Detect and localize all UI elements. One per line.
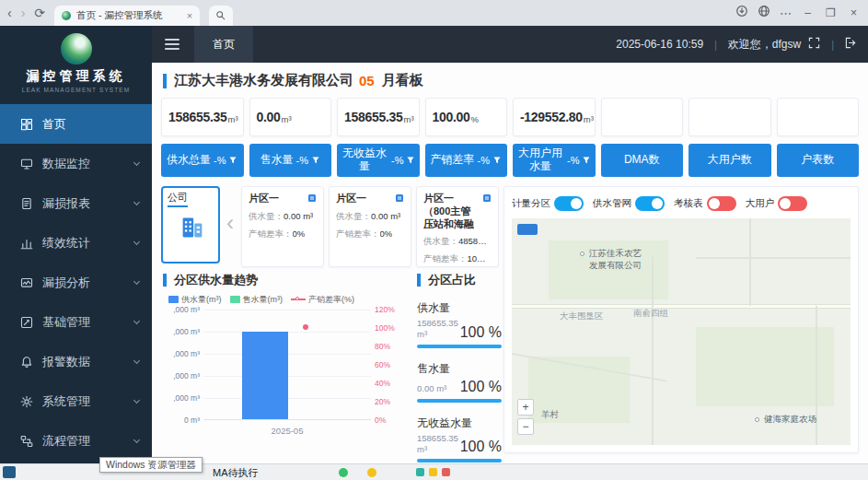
sidebar-item-basic-mgmt[interactable]: 基础管理 <box>0 302 152 342</box>
filter-icon <box>582 156 591 165</box>
trend-line-point <box>303 324 308 330</box>
fullscreen-icon[interactable] <box>808 37 820 52</box>
browser-menu-icon[interactable]: ⋯ <box>780 6 792 20</box>
window-minimize-button[interactable]: – <box>801 6 815 19</box>
area-card[interactable]: 片区一 供水量：0.00 m³ 产销差率：0% <box>329 186 411 267</box>
y-axis-label: 0 m³ <box>161 416 200 425</box>
zone-carousel: 公司 ‹ 片区一 供水量：0.00 m³ 产销差率：0% 片区一 供水量：0.0… <box>161 186 502 269</box>
taskbar-app-icon-red[interactable] <box>442 468 450 476</box>
legend-nrw-rate[interactable]: 产销差率(%) <box>291 294 354 306</box>
logout-icon[interactable] <box>845 37 857 52</box>
collapse-menu-icon[interactable] <box>165 39 179 50</box>
legend-swatch-green <box>230 296 240 303</box>
topbar-tab-home[interactable]: 首页 <box>194 26 253 63</box>
app-subtitle: LEAK MANAGEMENT SYSTEM <box>0 87 152 93</box>
kpi-button-dma-count[interactable]: DMA数 <box>601 144 684 177</box>
map-zoom-control: + − <box>517 399 534 435</box>
app-topbar: 首页 2025-06-16 10:59 ｜ 欢迎您，dfgsw ｜ <box>152 26 868 63</box>
map-road <box>652 257 654 445</box>
sidebar-item-leak-analysis[interactable]: 漏损分析 <box>0 263 152 302</box>
map-zoom-in-button[interactable]: + <box>517 399 534 416</box>
taskbar-ticker-text: MA待执行 <box>213 466 259 480</box>
map-canvas[interactable]: 江苏佳禾农艺 发展有限公司 大丰围垦区 南俞四组 羊村 健海家庭农场 + − <box>512 218 851 445</box>
toggle-assessment-meter[interactable] <box>707 196 736 211</box>
window-close-button[interactable]: × <box>847 6 861 19</box>
proportion-title: 分区占比 <box>428 272 476 288</box>
toggle-metering-zone[interactable] <box>554 196 584 211</box>
filter-icon <box>228 156 237 165</box>
browser-update-icon[interactable] <box>735 5 748 21</box>
sidebar-item-alarm-data[interactable]: 报警数据 <box>0 342 152 381</box>
kpi-button-meter-count[interactable]: 户表数 <box>777 144 860 177</box>
browser-forward-button[interactable]: › <box>21 6 26 19</box>
kpi-value-big-user: -129552.80m³ <box>513 98 596 136</box>
map-zoom-out-button[interactable]: − <box>517 418 534 435</box>
chart-legend: 供水量(m³) 售水量(m³) 产销差率(%) <box>168 295 413 304</box>
kpi-button-sold[interactable]: 售水量-% <box>249 144 332 177</box>
kpi-value-total-supply: 158655.35m³ <box>161 98 244 136</box>
sidebar-item-leak-report[interactable]: 漏损报表 <box>0 183 152 223</box>
taskbar-app-icon-teal[interactable] <box>416 468 424 476</box>
datetime-label: 2025-06-16 10:59 <box>616 38 703 51</box>
chevron-down-icon <box>133 397 140 404</box>
toggle-pipe-network[interactable] <box>635 196 665 211</box>
legend-sold[interactable]: 售水量(m³) <box>230 294 284 306</box>
taskbar-app-icon-gold[interactable] <box>429 468 437 476</box>
window-restore-button[interactable]: ❐ <box>824 6 838 19</box>
zone-proportion-section: 分区占比 供水量 158655.35 m³100 % 售水量 0.00 m³10… <box>417 273 502 462</box>
sidebar-item-process-mgmt[interactable]: 流程管理 <box>0 421 152 461</box>
chevron-down-icon <box>133 278 140 285</box>
kpi-values-row: 158655.35m³ 0.00m³ 158655.35m³ 100.00% -… <box>161 98 859 136</box>
kpi-button-nrw[interactable]: 无收益水量-% <box>337 144 420 177</box>
chevron-down-icon <box>133 199 140 205</box>
legend-supply[interactable]: 供水量(m³) <box>168 294 222 306</box>
map-road <box>512 305 851 308</box>
area-card[interactable]: 片区一（800主管压站和海融广场6"管… 供水量：4858… 产销差率：10… <box>416 186 499 267</box>
toggle-big-user[interactable] <box>778 196 807 211</box>
filter-icon <box>406 156 415 165</box>
chevron-down-icon <box>133 318 140 324</box>
zone-detail-icon[interactable] <box>395 193 404 203</box>
company-card[interactable]: 公司 <box>161 186 220 263</box>
sidebar-item-system-mgmt[interactable]: 系统管理 <box>0 381 152 421</box>
taskbar-start-icon[interactable] <box>3 466 16 478</box>
sidebar-item-label: 绩效统计 <box>42 235 125 252</box>
tab-close-icon[interactable]: × <box>187 10 192 21</box>
browser-new-tab-search[interactable] <box>209 6 233 26</box>
carousel-prev-button[interactable]: ‹ <box>226 210 234 236</box>
sidebar-item-home[interactable]: 首页 <box>0 104 152 144</box>
kpi-button-total-supply[interactable]: 供水总量-% <box>161 144 244 177</box>
map-marker-icon <box>755 417 759 422</box>
kpi-value-nrw: 158655.35m³ <box>337 98 420 136</box>
browser-refresh-button[interactable]: ⟳ <box>34 6 45 19</box>
kpi-button-big-user[interactable]: 大用户用水量-% <box>513 144 596 177</box>
map-label-farm2: 健海家庭农场 <box>764 414 816 426</box>
progress-bar <box>417 399 502 403</box>
kpi-button-big-user-count[interactable]: 大用户数 <box>689 144 771 177</box>
kpi-value-meter-count <box>777 98 860 136</box>
taskbar-app-icon-green[interactable] <box>339 468 348 477</box>
kpi-button-nrw-rate[interactable]: 产销差率-% <box>425 144 508 177</box>
browser-tab[interactable]: 首页 - 漏控管理系统 × <box>54 6 200 26</box>
separator: ｜ <box>711 38 721 52</box>
globe-icon[interactable] <box>758 5 770 21</box>
proportion-item-sold: 售水量 0.00 m³100 % <box>417 361 502 403</box>
sidebar-item-performance-stats[interactable]: 绩效统计 <box>0 223 152 263</box>
sidebar-item-data-monitor[interactable]: 数据监控 <box>0 144 152 183</box>
zone-detail-icon[interactable] <box>482 193 492 203</box>
area-card[interactable]: 片区一 供水量：0.00 m³ 产销差率：0% <box>241 186 324 267</box>
trend-bar[interactable] <box>242 332 288 419</box>
map-layer-toggles: 计量分区 供水管网 考核表 大用户 <box>512 194 851 213</box>
main-content: 江苏大丰港水务发展有限公司 05 月看板 158655.35m³ 0.00m³ … <box>152 63 868 480</box>
map-marker-icon <box>580 252 584 256</box>
browser-back-button[interactable]: ‹ <box>7 6 12 19</box>
zone-detail-icon[interactable] <box>307 193 317 203</box>
trend-chart[interactable]: ,000 m³ ,000 m³ ,000 m³ ,000 m³ ,000 m³ … <box>203 310 371 420</box>
y-axis-label: ,000 m³ <box>161 327 200 336</box>
chevron-down-icon <box>133 159 140 166</box>
taskbar-app-icon-yellow[interactable] <box>367 468 376 477</box>
sidebar: 漏控管理系统 LEAK MANAGEMENT SYSTEM 首页 数据监控 漏损… <box>0 26 152 480</box>
kpi-value-dma <box>601 98 684 136</box>
map-patch <box>696 327 834 406</box>
y-axis-label: ,000 m³ <box>161 371 200 380</box>
